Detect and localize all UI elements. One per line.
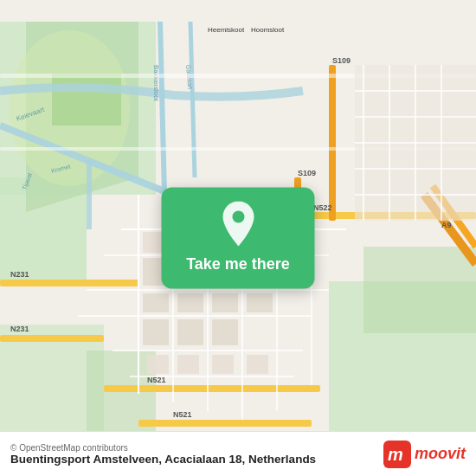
svg-rect-48 <box>143 319 169 345</box>
svg-text:N521: N521 <box>147 376 166 384</box>
svg-rect-15 <box>0 335 104 342</box>
svg-text:A9: A9 <box>441 221 452 229</box>
svg-text:m: m <box>388 445 403 464</box>
svg-text:S109: S109 <box>332 56 351 65</box>
svg-text:N231: N231 <box>10 325 29 333</box>
svg-point-82 <box>232 211 244 223</box>
svg-text:N521: N521 <box>173 410 192 419</box>
map-container: N231 N231 N521 N521 N522 S109 S109 A9 Ke… <box>0 0 476 476</box>
svg-rect-49 <box>177 319 203 345</box>
svg-rect-21 <box>329 65 336 221</box>
svg-rect-52 <box>177 355 199 374</box>
svg-rect-54 <box>247 355 268 374</box>
svg-rect-51 <box>147 355 169 374</box>
svg-text:Heemlskoot: Heemlskoot <box>208 26 245 34</box>
svg-rect-44 <box>143 293 169 312</box>
svg-rect-13 <box>87 160 92 229</box>
svg-rect-14 <box>0 280 138 286</box>
svg-rect-16 <box>104 385 320 392</box>
svg-rect-46 <box>212 293 238 312</box>
moovit-logo: m moovit <box>383 441 466 468</box>
svg-text:N231: N231 <box>10 270 29 279</box>
svg-text:S109: S109 <box>298 169 316 177</box>
svg-rect-45 <box>177 293 203 312</box>
location-info: © OpenStreetMap contributors Buentingspo… <box>10 443 316 466</box>
svg-text:Hoomsloot: Hoomsloot <box>251 26 285 34</box>
svg-rect-47 <box>247 293 273 312</box>
moovit-text: moovit <box>415 445 466 463</box>
location-pin-icon <box>219 202 257 247</box>
svg-rect-5 <box>52 74 121 125</box>
take-me-there-button[interactable]: Take me there <box>162 188 315 289</box>
moovit-m-icon: m <box>383 441 411 468</box>
svg-rect-7 <box>363 247 476 333</box>
svg-rect-53 <box>212 355 234 374</box>
svg-rect-17 <box>138 420 312 427</box>
svg-text:Bakkersloot: Bakkersloot <box>152 65 160 102</box>
location-name: Buentingsport Amstelveen, Acacialaan 18,… <box>10 453 316 466</box>
svg-text:N522: N522 <box>313 203 332 212</box>
bottom-bar: © OpenStreetMap contributors Buentingspo… <box>0 431 476 476</box>
cta-label: Take me there <box>186 255 290 273</box>
osm-credit: © OpenStreetMap contributors <box>10 443 316 453</box>
svg-rect-50 <box>212 319 238 345</box>
